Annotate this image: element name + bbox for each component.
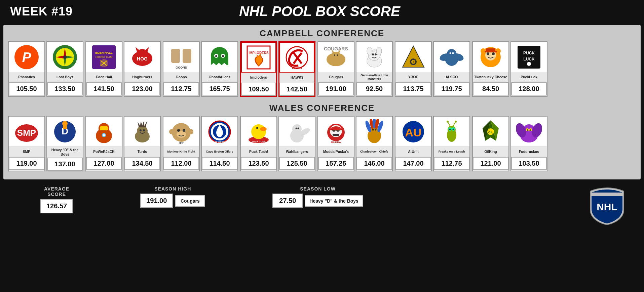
team-heavyd: D Heavy "D" & the Boys 137.00 xyxy=(46,116,83,171)
hogburners-score: 123.00 xyxy=(124,82,160,95)
muddapucka-score: 157.25 xyxy=(318,157,354,170)
phanatics-name: Phanatics xyxy=(17,72,36,82)
phanatics-logo-area: P xyxy=(9,42,44,72)
svg-point-88 xyxy=(177,131,186,138)
page-title: NHL POOL BOX SCORE xyxy=(73,3,567,19)
svg-point-108 xyxy=(298,127,299,129)
wahlbangers-name: Wahlbangers xyxy=(285,147,309,156)
smp-name: SMP xyxy=(22,147,31,156)
svg-point-131 xyxy=(455,121,457,123)
svg-rect-22 xyxy=(171,49,180,53)
svg-point-122 xyxy=(372,129,374,130)
charlestown-logo-area xyxy=(356,117,392,147)
svg-text:MUDDA: MUDDA xyxy=(331,141,341,144)
average-score-label: AVERAGESCORE xyxy=(44,186,69,197)
svg-point-135 xyxy=(453,128,454,130)
smp-logo-area: SMP xyxy=(9,117,44,147)
team-muddapucka: MUDDA Mudda Pucka's 157.25 xyxy=(317,116,354,171)
svg-rect-77 xyxy=(63,126,67,129)
svg-point-76 xyxy=(62,121,68,126)
lostboyz-name: Lost Boyz xyxy=(56,72,74,82)
svg-point-148 xyxy=(530,129,531,131)
svg-point-85 xyxy=(140,129,142,131)
puckluck-name: PuckLuck xyxy=(520,72,538,82)
season-high-team: Cougars xyxy=(175,195,205,207)
imploders-score: 109.50 xyxy=(241,83,276,96)
week-label: WEEK #19 xyxy=(10,4,73,18)
svg-point-101 xyxy=(260,127,267,131)
pucktuah-score: 123.50 xyxy=(241,157,276,170)
fuddruckus-score: 103.50 xyxy=(511,157,547,170)
svg-point-44 xyxy=(367,47,372,55)
svg-point-41 xyxy=(337,54,338,56)
tkatchucky-name: Tkatchucky Cheese xyxy=(473,72,508,82)
mkf-name: Monkey Knife Fight xyxy=(167,147,196,156)
season-low-stat: SEASON LOW 27.50 Heavy "D" & the Boys xyxy=(272,186,363,208)
fuddruckus-name: Fuddruckus xyxy=(518,147,540,156)
imploders-logo-area: IMPLODERS xyxy=(241,42,276,73)
season-high-label: SEASON HIGH xyxy=(154,186,191,192)
svg-text:HAWK$: HAWK$ xyxy=(292,67,302,70)
nhl-logo: NHL xyxy=(587,186,627,226)
fuddruckus-logo-area xyxy=(511,117,547,147)
svg-text:HOCKEY CLUB: HOCKEY CLUB xyxy=(96,56,112,58)
cbo-score: 114.50 xyxy=(202,157,237,170)
freaks-name: Freaks on a Leash xyxy=(438,147,466,156)
puckluck-logo-area: PUCK LUCK xyxy=(511,42,547,72)
muddapucka-name: Mudda Pucka's xyxy=(323,147,349,156)
goons-logo-area: GOONS xyxy=(163,42,199,72)
svg-text:SMP: SMP xyxy=(17,128,36,138)
team-monkeyknife: MKF Monkey Knife Fight 112.00 xyxy=(163,116,200,171)
puckluck-score: 128.00 xyxy=(511,82,547,95)
freaks-logo-area xyxy=(434,117,469,147)
tkatchucky-logo-area xyxy=(473,42,508,72)
pair-muddapucka-charlestown: MUDDA Mudda Pucka's 157.25 xyxy=(317,116,393,171)
svg-point-56 xyxy=(450,52,451,54)
heavyd-logo-area: D xyxy=(47,117,83,147)
goons-name: Goons xyxy=(175,72,187,82)
svg-point-40 xyxy=(334,54,335,56)
svg-text:CAPE BRETON: CAPE BRETON xyxy=(211,141,228,143)
svg-point-8 xyxy=(63,55,67,59)
svg-point-123 xyxy=(375,129,377,130)
wales-title: WALES CONFERENCE xyxy=(8,103,636,113)
pair-edenhall-hogburners: EDEN HALL HOCKEY CLUB Eden Hall 141.50 xyxy=(85,41,161,97)
pair-imploders-hawks: IMPLODERS Imploders 109.50 xyxy=(240,41,315,97)
team-turds: Turds 134.50 xyxy=(124,116,161,171)
phanatics-score: 105.50 xyxy=(9,82,44,95)
edenhall-logo-area: EDEN HALL HOCKEY CLUB xyxy=(86,42,122,72)
svg-point-86 xyxy=(143,129,145,131)
svg-point-28 xyxy=(222,55,224,57)
pair-cougars-glm: COUGARS Cougars 191.00 xyxy=(317,41,393,97)
powerjack-name: PoWeRJaCK xyxy=(92,147,115,156)
cbo-logo-area: CAPE BRETON xyxy=(202,117,237,147)
svg-text:NHL: NHL xyxy=(597,201,617,212)
cbo-name: Cape Breton Oilers xyxy=(205,147,234,156)
edenhall-name: Eden Hall xyxy=(95,72,113,82)
svg-text:P: P xyxy=(22,50,31,65)
alsco-score: 119.75 xyxy=(434,82,469,95)
season-low-value: 27.50 xyxy=(272,194,303,208)
svg-point-105 xyxy=(292,124,302,134)
team-hawks: HAWK$ HAWK$ 142.50 xyxy=(278,41,315,97)
svg-text:!: ! xyxy=(413,60,414,64)
pair-aunit-freaks: AU A-Unit 147.00 xyxy=(395,116,470,171)
cougars-logo-area: COUGARS xyxy=(318,42,354,72)
svg-text:GOONS: GOONS xyxy=(176,66,187,69)
cougars-score: 191.00 xyxy=(318,82,354,95)
svg-text:EDEN HALL: EDEN HALL xyxy=(95,51,113,54)
svg-text:COUGARS: COUGARS xyxy=(324,46,348,51)
pair-smp-heavyd: SMP SMP 119.00 D xyxy=(8,116,83,171)
yroc-name: YROC xyxy=(408,72,419,82)
pair-oilking-fuddruckus: OIL OilKing 121.00 xyxy=(472,116,547,171)
wales-conference: WALES CONFERENCE SMP SMP 119.00 xyxy=(8,103,636,171)
lostboyz-score: 133.50 xyxy=(47,82,83,95)
svg-point-45 xyxy=(376,47,382,55)
oilking-logo-area: OIL xyxy=(473,117,508,147)
turds-logo-area xyxy=(124,117,160,147)
team-goons: GOONS Goons 112.75 xyxy=(163,41,200,97)
powerjack-logo-area xyxy=(86,117,122,147)
wales-teams-row: SMP SMP 119.00 D xyxy=(8,116,636,171)
svg-point-90 xyxy=(183,129,185,132)
muddapucka-logo-area: MUDDA xyxy=(318,117,354,147)
